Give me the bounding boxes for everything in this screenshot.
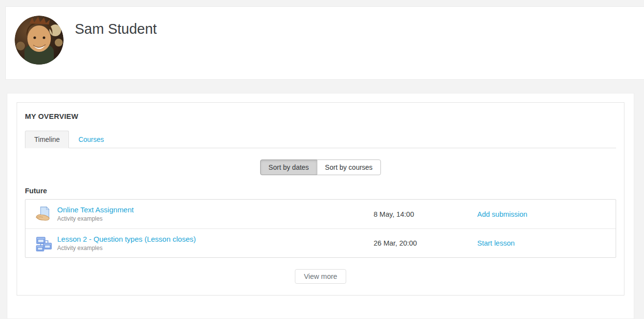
event-course-label: Activity examples [57, 245, 374, 252]
sort-button-group: Sort by datesSort by courses [260, 160, 381, 175]
sort-button-row: Sort by datesSort by courses [25, 160, 616, 175]
event-text-cell: Lesson 2 - Question types (Lesson closes… [57, 235, 374, 252]
user-photo-placeholder [15, 16, 64, 65]
assignment-icon [35, 205, 52, 223]
event-action-cell: Start lesson [477, 239, 616, 248]
overview-tabs: TimelineCourses [25, 130, 616, 148]
user-header-card: Sam Student [5, 6, 644, 80]
timeline-event-list: Online Text Assignment Activity examples… [25, 199, 616, 258]
timeline-event-row: Online Text Assignment Activity examples… [25, 200, 616, 228]
my-overview-block: MY OVERVIEW TimelineCourses Sort by date… [17, 102, 624, 296]
timeline-section-heading: Future [25, 187, 616, 195]
timeline-event-row: Lesson 2 - Question types (Lesson closes… [25, 228, 616, 257]
event-date: 8 May, 14:00 [374, 210, 477, 218]
page-title-user-name: Sam Student [75, 21, 157, 38]
event-title-link[interactable]: Online Text Assignment [57, 205, 374, 214]
user-avatar [15, 16, 64, 65]
event-action-cell: Add submission [477, 210, 616, 219]
event-action-link[interactable]: Start lesson [477, 239, 515, 247]
event-title-link[interactable]: Lesson 2 - Question types (Lesson closes… [57, 235, 374, 244]
event-course-label: Activity examples [57, 215, 374, 223]
event-text-cell: Online Text Assignment Activity examples [57, 205, 374, 223]
event-date: 26 Mar, 20:00 [374, 239, 477, 247]
sort-by-dates-button[interactable]: Sort by dates [260, 160, 317, 175]
lesson-icon [35, 235, 52, 252]
tab-timeline[interactable]: Timeline [25, 131, 69, 148]
view-more-button[interactable]: View more [295, 269, 346, 284]
view-more-row: View more [25, 269, 616, 284]
block-title: MY OVERVIEW [25, 112, 616, 120]
tab-courses[interactable]: Courses [69, 131, 113, 148]
dashboard-content-card: MY OVERVIEW TimelineCourses Sort by date… [7, 93, 634, 319]
sort-by-courses-button[interactable]: Sort by courses [317, 160, 381, 175]
event-action-link[interactable]: Add submission [477, 210, 527, 218]
